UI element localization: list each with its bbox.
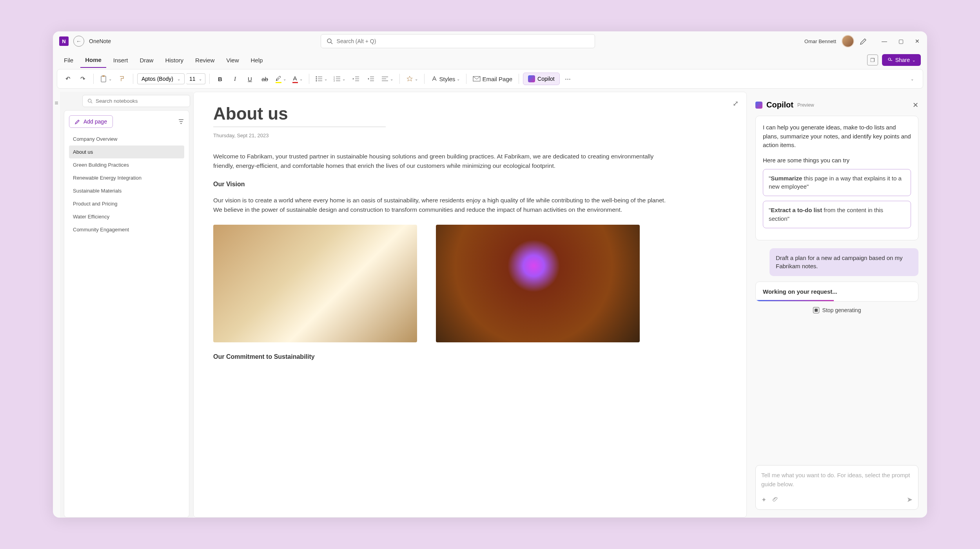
- expand-icon[interactable]: ⤢: [733, 99, 739, 108]
- indent-button[interactable]: [364, 72, 377, 85]
- svg-point-0: [327, 39, 331, 43]
- bullet-list-button[interactable]: ⌄: [313, 72, 330, 85]
- attachment-icon[interactable]: [772, 496, 778, 503]
- email-page-button[interactable]: Email Page: [470, 72, 515, 85]
- back-button[interactable]: ←: [73, 36, 84, 47]
- progress-indicator: [756, 300, 834, 301]
- search-input[interactable]: [337, 38, 589, 44]
- commitment-heading[interactable]: Our Commitment to Sustainability: [213, 353, 727, 360]
- onenote-app-icon: N: [59, 36, 69, 46]
- notebook-search[interactable]: [82, 95, 190, 107]
- tab-draw[interactable]: Draw: [135, 53, 158, 67]
- svg-point-5: [316, 76, 317, 78]
- page-title[interactable]: About us: [213, 104, 727, 124]
- share-icon: [887, 57, 893, 63]
- chevron-down-icon: ⌄: [177, 77, 180, 81]
- add-page-button[interactable]: Add page: [69, 115, 113, 128]
- ribbon-toolbar: ↶ ↷ ⌄ Aptos (Body) ⌄ 11 ⌄ B I U ab 🖊⌄ A⌄…: [57, 69, 923, 89]
- content-image-1[interactable]: [213, 225, 417, 342]
- page-item-green-building[interactable]: Green Building Practices: [69, 158, 184, 171]
- highlight-button[interactable]: 🖊⌄: [273, 72, 289, 85]
- tab-view[interactable]: View: [221, 53, 243, 67]
- copilot-input[interactable]: Tell me what you want to do. For ideas, …: [755, 465, 918, 510]
- vision-heading[interactable]: Our Vision: [213, 181, 727, 188]
- more-options-button[interactable]: ⋯: [561, 72, 575, 85]
- copilot-intro-text: I can help you generate ideas, make to-d…: [763, 123, 911, 150]
- global-search[interactable]: [321, 34, 595, 48]
- copilot-icon: [528, 75, 535, 82]
- tab-help[interactable]: Help: [246, 53, 268, 67]
- strikethrough-button[interactable]: ab: [258, 72, 272, 85]
- styles-button[interactable]: Styles ⌄: [428, 72, 463, 85]
- tag-button[interactable]: ⌄: [404, 72, 420, 85]
- italic-button[interactable]: I: [229, 72, 242, 85]
- minimize-button[interactable]: —: [881, 38, 888, 45]
- ribbon-chevron-button[interactable]: ⌄: [906, 72, 919, 85]
- nav-handle-icon[interactable]: ≡: [53, 92, 60, 518]
- tab-home[interactable]: Home: [80, 53, 106, 68]
- undo-button[interactable]: ↶: [61, 72, 74, 85]
- working-status: Working on your request...: [755, 282, 918, 302]
- share-button[interactable]: Share ⌄: [882, 54, 921, 66]
- close-icon[interactable]: ✕: [913, 101, 918, 109]
- page-canvas[interactable]: ⤢ About us Thursday, Sept 21, 2023 Welco…: [193, 92, 747, 518]
- user-message: Draft a plan for a new ad campaign based…: [769, 248, 918, 276]
- font-family-select[interactable]: Aptos (Body) ⌄: [137, 73, 185, 84]
- edit-icon: [75, 119, 80, 124]
- stop-generating-button[interactable]: Stop generating: [755, 302, 918, 319]
- pen-icon[interactable]: [860, 37, 867, 45]
- open-new-window-icon[interactable]: ❐: [867, 55, 878, 65]
- copilot-ribbon-button[interactable]: Copilot: [523, 73, 560, 85]
- search-icon: [87, 98, 93, 104]
- vision-paragraph[interactable]: Our vision is to create a world where ev…: [213, 196, 672, 215]
- page-item-sustainable-materials[interactable]: Sustainable Materials: [69, 184, 184, 197]
- align-button[interactable]: ⌄: [379, 72, 396, 85]
- font-color-button[interactable]: A⌄: [290, 72, 305, 85]
- svg-point-27: [88, 99, 91, 102]
- suggestion-summarize[interactable]: "Summarize this page in a way that expla…: [763, 169, 911, 196]
- page-item-about-us[interactable]: About us: [69, 145, 184, 158]
- avatar[interactable]: [842, 35, 854, 47]
- page-item-water-efficiency[interactable]: Water Efficiency: [69, 210, 184, 223]
- sparkle-icon[interactable]: ✦: [761, 496, 766, 504]
- tab-file[interactable]: File: [59, 53, 78, 67]
- numbered-list-button[interactable]: 123 ⌄: [331, 72, 348, 85]
- chevron-down-icon: ⌄: [199, 77, 202, 81]
- svg-point-9: [316, 80, 317, 82]
- underline-button[interactable]: U: [243, 72, 257, 85]
- font-size-select[interactable]: 11 ⌄: [186, 73, 205, 84]
- content-image-2[interactable]: [436, 225, 640, 342]
- redo-button[interactable]: ↷: [76, 72, 89, 85]
- copilot-input-placeholder: Tell me what you want to do. For ideas, …: [761, 471, 913, 491]
- tab-history[interactable]: History: [160, 53, 188, 67]
- page-item-product-pricing[interactable]: Product and Pricing: [69, 197, 184, 210]
- notebook-search-input[interactable]: [96, 98, 185, 104]
- copilot-try-text: Here are some things you can try: [763, 157, 911, 164]
- stop-icon: [813, 307, 819, 313]
- chevron-down-icon: ⌄: [912, 58, 915, 62]
- search-icon: [327, 38, 333, 44]
- send-icon[interactable]: ➤: [907, 495, 913, 504]
- format-painter-button[interactable]: [116, 72, 129, 85]
- bold-button[interactable]: B: [214, 72, 227, 85]
- svg-line-28: [91, 102, 92, 103]
- copilot-badge: Preview: [797, 102, 814, 108]
- copilot-title: Copilot: [766, 100, 793, 109]
- app-name: OneNote: [89, 38, 111, 44]
- paste-button[interactable]: ⌄: [98, 72, 114, 85]
- close-button[interactable]: ✕: [914, 38, 921, 45]
- maximize-button[interactable]: ▢: [897, 38, 904, 45]
- page-item-community-engagement[interactable]: Community Engagement: [69, 223, 184, 236]
- page-item-renewable-energy[interactable]: Renewable Energy Integration: [69, 171, 184, 184]
- tab-review[interactable]: Review: [191, 53, 219, 67]
- tab-insert[interactable]: Insert: [109, 53, 133, 67]
- sort-icon[interactable]: [178, 119, 184, 124]
- suggestion-extract-todo[interactable]: "Extract a to-do list from the content i…: [763, 201, 911, 228]
- intro-paragraph[interactable]: Welcome to Fabrikam, your trusted partne…: [213, 152, 672, 171]
- svg-text:3: 3: [334, 80, 335, 82]
- svg-rect-4: [102, 75, 105, 77]
- svg-line-1: [331, 42, 332, 44]
- page-item-company-overview[interactable]: Company Overview: [69, 133, 184, 145]
- outdent-button[interactable]: [349, 72, 363, 85]
- copilot-intro-card: I can help you generate ideas, make to-d…: [755, 116, 918, 240]
